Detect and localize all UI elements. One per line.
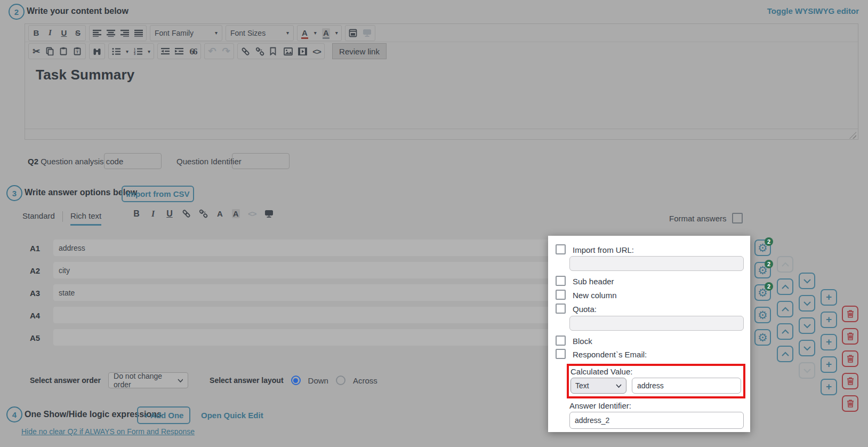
anchor-icon[interactable] — [270, 47, 278, 55]
paste-as-text-icon[interactable]: T — [74, 47, 82, 55]
strikethrough-icon[interactable]: S — [74, 29, 82, 37]
font-family-label: Font Family — [155, 29, 194, 37]
answer-identifier-input[interactable] — [569, 412, 744, 429]
underline-icon[interactable]: U — [60, 29, 68, 37]
find-replace-icon[interactable] — [93, 47, 101, 55]
source-code-icon[interactable]: <> — [312, 47, 321, 55]
answer-settings-button[interactable]: ⚙2 — [754, 284, 771, 301]
answer-order-layout-row: Select answer order Do not change order … — [30, 372, 377, 388]
question-identifier-input[interactable] — [232, 153, 290, 169]
toggle-wysiwyg-link[interactable]: Toggle WYSIWYG editor — [767, 6, 859, 15]
preview-screen-icon[interactable] — [264, 210, 274, 218]
paste-icon[interactable] — [60, 47, 68, 55]
answer-label: A1 — [30, 244, 40, 253]
quota-checkbox[interactable] — [556, 304, 566, 314]
text-color-icon[interactable]: A — [216, 209, 224, 218]
sub-header-checkbox[interactable] — [556, 276, 566, 286]
plus-icon: + — [826, 381, 832, 392]
ordered-list-icon[interactable]: 123 — [134, 47, 142, 55]
import-from-url-checkbox[interactable] — [556, 244, 566, 254]
calculated-value-input[interactable] — [632, 378, 741, 394]
answer-label: A4 — [30, 311, 40, 320]
insert-link-icon[interactable] — [182, 209, 191, 218]
underline-icon[interactable]: U — [165, 210, 174, 218]
bold-icon[interactable]: B — [132, 210, 141, 218]
chevron-down-icon[interactable]: ▾ — [126, 49, 128, 54]
tab-standard[interactable]: Standard — [22, 211, 55, 224]
delete-answer-button[interactable] — [842, 373, 858, 389]
outdent-icon[interactable] — [161, 47, 170, 55]
background-color-icon[interactable]: A — [322, 28, 330, 37]
insert-media-icon[interactable] — [298, 47, 307, 55]
text-color-icon[interactable]: A — [301, 28, 309, 37]
logic-expression-link[interactable]: Hide no clear Q2 if ALWAYS on Form and R… — [21, 427, 195, 436]
paste-image-icon[interactable] — [349, 29, 357, 37]
redo-icon[interactable]: ↷ — [222, 46, 230, 56]
unordered-list-icon[interactable] — [112, 47, 120, 55]
insert-link-icon[interactable] — [241, 47, 250, 56]
resize-grip[interactable] — [849, 132, 856, 139]
align-left-icon[interactable] — [93, 29, 101, 37]
import-from-csv-button[interactable]: Import from CSV — [122, 186, 194, 202]
calculated-type-value: Text — [575, 381, 589, 390]
trash-icon — [846, 399, 855, 408]
move-up-button[interactable] — [777, 346, 793, 362]
open-quick-edit-link[interactable]: Open Quick Edit — [201, 411, 263, 420]
add-answer-button[interactable]: + — [821, 356, 837, 373]
answer-order-select[interactable]: Do not change order — [108, 372, 188, 388]
answer-label: A2 — [30, 266, 40, 275]
italic-icon[interactable]: I — [149, 210, 157, 218]
calculated-value-label: Calculated Value: — [570, 367, 632, 376]
settings-count-badge: 2 — [765, 260, 773, 268]
italic-icon[interactable]: I — [46, 29, 54, 37]
review-link-button[interactable]: Review link — [332, 43, 387, 59]
delete-answer-button[interactable] — [842, 350, 858, 367]
answer-order-label: Select answer order — [30, 376, 101, 385]
cut-icon[interactable]: ✂ — [32, 47, 41, 56]
delete-answer-button[interactable] — [842, 395, 858, 412]
answer-settings-button[interactable]: ⚙ — [754, 329, 771, 346]
answer-settings-button[interactable]: ⚙2 — [754, 262, 771, 278]
add-answer-button[interactable]: + — [821, 379, 837, 395]
section-3-title: Write answer options below — [25, 188, 137, 197]
bold-icon[interactable]: B — [32, 29, 41, 37]
font-sizes-select[interactable]: Font Sizes ▾ — [226, 25, 294, 41]
add-logic-button[interactable]: + Add One — [137, 406, 190, 424]
copy-icon[interactable] — [46, 47, 54, 55]
move-down-button[interactable] — [799, 362, 815, 379]
remove-link-icon[interactable] — [255, 47, 264, 56]
layout-down-radio[interactable] — [291, 376, 301, 385]
paste-preview-group — [345, 25, 375, 41]
insert-image-icon[interactable] — [284, 47, 293, 55]
blockquote-icon[interactable]: 66 — [189, 47, 197, 56]
remove-link-icon[interactable] — [199, 209, 208, 218]
source-code-icon[interactable]: <> — [248, 210, 256, 218]
indent-icon[interactable] — [175, 47, 183, 55]
chevron-down-icon[interactable]: ▾ — [148, 49, 150, 54]
quota-input[interactable] — [569, 316, 744, 331]
answer-identifier-label: Answer Identifier: — [569, 401, 631, 410]
block-checkbox[interactable] — [556, 336, 566, 346]
align-justify-icon[interactable] — [134, 29, 143, 37]
plus-icon: + — [826, 359, 832, 369]
preview-screen-icon[interactable] — [363, 29, 372, 37]
format-answers-checkbox[interactable] — [732, 213, 743, 224]
layout-across-radio[interactable] — [336, 376, 345, 385]
new-column-checkbox[interactable] — [556, 290, 566, 300]
respondent-email-checkbox[interactable] — [556, 349, 566, 359]
align-center-icon[interactable] — [107, 29, 115, 37]
chevron-down-icon — [803, 346, 811, 351]
chevron-down-icon[interactable]: ▾ — [314, 30, 317, 36]
align-right-icon[interactable] — [120, 29, 129, 37]
answer-settings-button[interactable]: ⚙ — [754, 307, 771, 323]
undo-icon[interactable]: ↶ — [208, 46, 216, 56]
tab-rich-text[interactable]: Rich text — [70, 211, 101, 226]
background-color-icon[interactable]: A — [232, 209, 240, 218]
import-from-url-input[interactable] — [569, 256, 744, 271]
analysis-code-input[interactable] — [104, 153, 162, 169]
calculated-type-select[interactable]: Text — [570, 378, 626, 394]
font-family-select[interactable]: Font Family ▾ — [150, 25, 222, 41]
chevron-down-icon[interactable]: ▾ — [335, 30, 338, 36]
answer-settings-button[interactable]: ⚙2 — [754, 240, 771, 256]
editor-content-area[interactable]: Task Summary — [25, 60, 858, 129]
